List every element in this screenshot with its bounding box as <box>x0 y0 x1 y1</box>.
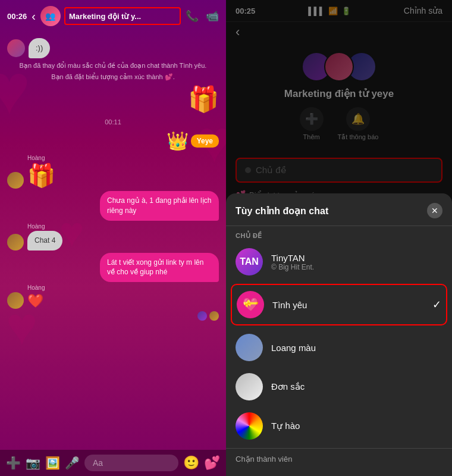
chan-thanh-vien-row: Chặn thành viên <box>226 448 452 466</box>
tinytan-info: TinyTAN © Big Hit Ent. <box>271 253 442 271</box>
gift-sticker-row: 🎁 <box>7 84 219 114</box>
hoang-avatar-1 <box>7 172 24 189</box>
sent-bubble-1: Chưa ngủ à, 1 đang phải lên lịch riêng n… <box>100 191 219 221</box>
theme-item-donsac[interactable]: Đơn sắc <box>226 367 452 406</box>
gift-sticker: 🎁 <box>188 84 219 114</box>
phone-icon[interactable]: 📞 <box>186 10 199 23</box>
modal-close-button[interactable]: ✕ <box>427 203 442 218</box>
avatar-inner: 👥 <box>40 6 61 26</box>
msg-bubble-smiley: :)) <box>29 38 50 58</box>
sent-bubble-2: Lát t viết xong gửi link ty m lên về cho… <box>100 253 219 283</box>
group-name-box[interactable]: Marketing đội từ y... <box>64 7 181 25</box>
sent-msg-row-2: Lát t viết xong gửi link ty m lên về cho… <box>7 253 219 283</box>
msg-row-hoang-3: ❤️ <box>7 292 219 309</box>
tinytan-icon-inner: TAN <box>240 256 259 267</box>
modal-section-label: CHỦ ĐỀ <box>226 226 452 242</box>
donsac-icon <box>236 373 263 400</box>
tinytan-sub: © Big Hit Ent. <box>271 263 442 271</box>
system-message-1: Bạn đã thay đổi màu sắc chủ đề của đoạn … <box>7 62 219 70</box>
theme-item-tupao[interactable]: Tự hào <box>226 406 452 446</box>
loangmau-info: Loang màu <box>271 343 442 353</box>
user-avatar <box>7 39 25 57</box>
receipt-avatar-2 <box>209 311 219 321</box>
back-button[interactable]: ‹ <box>32 10 36 23</box>
left-panel: ♥ ♥ ♥ ♥ 00:26 ‹ 👥 Marketing đội từ y... … <box>0 0 226 476</box>
right-panel: 00:25 ▌▌▌ 📶 🔋 Chỉnh sửa ‹ Marketing điện… <box>226 0 452 476</box>
time-divider: 00:11 <box>7 118 219 126</box>
msg-name-hoang-1: Hoàng <box>27 155 219 161</box>
msg-row-hoang-2: Chat 4 <box>7 231 219 250</box>
tupao-info: Tự hào <box>271 421 442 431</box>
crown-sticker: 👑 <box>167 130 189 151</box>
camera-icon[interactable]: 📷 <box>26 456 40 470</box>
system-message-2: Bạn đã đặt biểu tượng cảm xúc thành 💕. <box>7 73 219 81</box>
theme-item-loangmau[interactable]: Loang màu <box>226 328 452 367</box>
tinhtieu-icon: 💝 <box>237 291 264 318</box>
chat-header-avatar[interactable]: 👥 <box>40 6 61 26</box>
yeye-label: Yeye <box>191 134 219 148</box>
tupao-name: Tự hào <box>271 421 442 431</box>
left-chat-header: 00:26 ‹ 👥 Marketing đội từ y... 📞 📹 <box>0 0 226 32</box>
mic-icon[interactable]: 🎤 <box>65 456 80 470</box>
group-name-label: Marketing đội từ y... <box>69 12 141 21</box>
theme-item-tinhtieu-wrapper: 💝 Tình yêu ✓ <box>231 284 447 325</box>
chan-thanh-vien-label: Chặn thành viên <box>236 455 292 464</box>
add-icon[interactable]: ➕ <box>6 456 21 470</box>
tinhtieu-info: Tình yêu <box>272 300 424 310</box>
input-placeholder: Aa <box>93 458 103 468</box>
tinhtieu-check: ✓ <box>432 298 441 311</box>
modal-title-row: Tùy chỉnh đoạn chat ✕ <box>226 203 452 226</box>
theme-item-tinhtieu[interactable]: 💝 Tình yêu ✓ <box>232 285 446 324</box>
loangmau-name: Loang màu <box>271 343 442 353</box>
msg-row-hoang-gift: 🎁 <box>7 162 219 189</box>
image-icon[interactable]: 🖼️ <box>45 456 60 470</box>
tinhtieu-name: Tình yêu <box>272 300 424 310</box>
sent-msg-row-1: Chưa ngủ à, 1 đang phải lên lịch riêng n… <box>7 191 219 221</box>
read-receipt-row <box>7 311 219 321</box>
tinhtieu-icon-inner: 💝 <box>243 297 259 312</box>
modal-sheet: Tùy chỉnh đoạn chat ✕ CHỦ ĐỀ TAN TinyTAN… <box>226 193 452 476</box>
loangmau-icon <box>236 334 263 361</box>
msg-name-hoang-2: Hoàng <box>27 223 219 230</box>
yeye-sticker-row: 👑 Yeye <box>7 130 219 151</box>
hoang-avatar-2 <box>7 234 24 250</box>
tinytan-icon: TAN <box>236 248 263 275</box>
heart-msg: ❤️ <box>27 293 43 309</box>
tinytan-name: TinyTAN <box>271 253 442 263</box>
chat-messages: :)) Bạn đã thay đổi màu sắc chủ đề của đ… <box>0 32 226 450</box>
donsac-name: Đơn sắc <box>271 381 442 392</box>
header-action-icons: 📞 📹 <box>186 10 219 23</box>
modal-title-text: Tùy chỉnh đoạn chat <box>236 205 328 217</box>
heart-send-icon[interactable]: 💕 <box>204 455 220 471</box>
msg-name-hoang-3: Hoàng <box>27 284 219 291</box>
video-icon[interactable]: 📹 <box>206 10 219 23</box>
hoang-bubble-2: Chat 4 <box>27 231 62 250</box>
modal-overlay: Tùy chỉnh đoạn chat ✕ CHỦ ĐỀ TAN TinyTAN… <box>226 0 452 476</box>
msg-row-avatar: :)) <box>7 38 219 58</box>
tupao-icon <box>236 412 263 440</box>
hoang-gift-sticker: 🎁 <box>27 162 55 189</box>
chat-input-bar: ➕ 📷 🖼️ 🎤 Aa 🙂 💕 <box>0 450 226 476</box>
emoji-icon[interactable]: 🙂 <box>183 455 199 471</box>
donsac-info: Đơn sắc <box>271 381 442 392</box>
left-time: 00:26 <box>7 12 27 21</box>
receipt-avatar-1 <box>197 311 207 321</box>
hoang-avatar-3 <box>7 292 24 309</box>
message-input[interactable]: Aa <box>84 455 178 471</box>
theme-item-tinytan[interactable]: TAN TinyTAN © Big Hit Ent. <box>226 242 452 281</box>
